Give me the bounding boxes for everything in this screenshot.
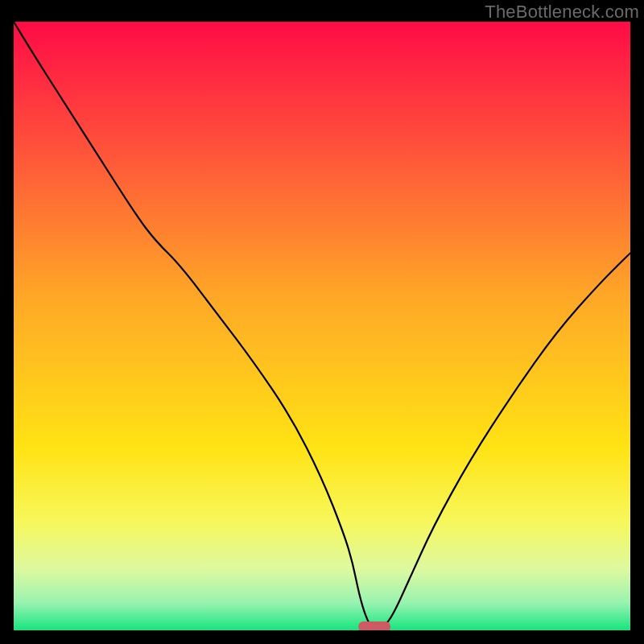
gradient-background xyxy=(14,22,630,630)
optimal-point-marker xyxy=(358,621,390,630)
chart-frame: TheBottleneck.com xyxy=(0,0,644,644)
plot-area xyxy=(14,22,630,630)
watermark-text: TheBottleneck.com xyxy=(485,2,639,23)
chart-svg xyxy=(14,22,630,630)
